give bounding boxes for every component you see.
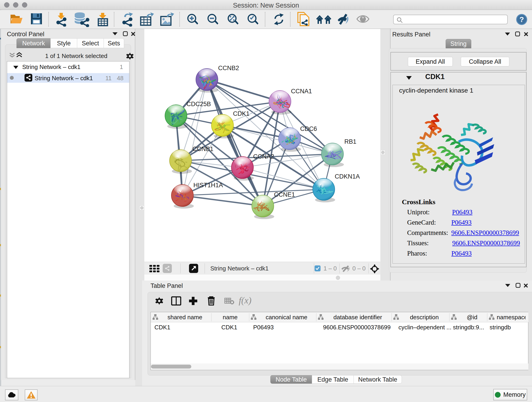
svg-text:CDKN1A: CDKN1A xyxy=(335,173,360,180)
svg-text:RB1: RB1 xyxy=(344,138,356,145)
svg-text:CCNA2: CCNA2 xyxy=(253,153,274,160)
svg-text:CDC25B: CDC25B xyxy=(186,101,211,108)
svg-text:CCNB1: CCNB1 xyxy=(192,146,214,153)
svg-text:CCNE1: CCNE1 xyxy=(274,191,295,198)
svg-text:?: ? xyxy=(519,15,524,24)
svg-text:CCNB2: CCNB2 xyxy=(218,65,239,71)
svg-text:CDC6: CDC6 xyxy=(300,125,317,132)
svg-text:HIST1H1A: HIST1H1A xyxy=(193,182,223,189)
svg-text:CDK1: CDK1 xyxy=(233,110,249,117)
svg-text:CCNA1: CCNA1 xyxy=(291,88,312,95)
